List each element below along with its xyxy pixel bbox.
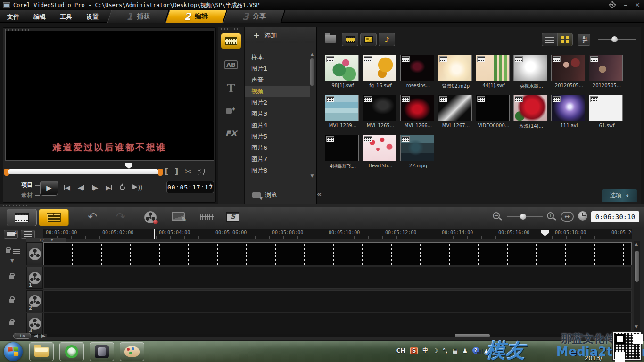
scrubber-bar[interactable] <box>8 169 159 174</box>
options-button[interactable]: 选项 « <box>602 189 637 202</box>
media-item[interactable]: MVI_1239... <box>325 95 363 130</box>
scrollbar-thumb[interactable] <box>310 58 314 86</box>
media-thumbnail[interactable] <box>363 95 396 121</box>
media-thumbnail[interactable] <box>438 55 472 81</box>
library-folder-声音[interactable]: 声音 <box>245 74 310 86</box>
play-button[interactable]: ▶ <box>40 181 58 196</box>
tray-icon-3[interactable]: ☽ <box>433 347 438 354</box>
timeline-zoom-slider[interactable] <box>507 216 543 217</box>
menu-item-0[interactable]: 文件 <box>0 10 26 21</box>
mode-project-toggle[interactable]: 项目 <box>21 181 40 189</box>
mark-out-button[interactable]: ] <box>174 166 178 176</box>
timeline-view-button[interactable] <box>39 209 69 226</box>
media-item[interactable]: 98[1].swf <box>325 55 363 90</box>
panel-drag-handle[interactable] <box>3 205 29 206</box>
scrubber-position-marker[interactable] <box>125 163 132 169</box>
track-lock-icon[interactable] <box>9 275 14 279</box>
title-tab[interactable]: T <box>221 80 241 96</box>
split-clip-icon[interactable]: ✂ <box>184 166 191 176</box>
media-item[interactable]: 背景02.m2p <box>438 55 476 90</box>
library-folder-图片5[interactable]: 图片5 <box>245 131 310 142</box>
media-thumbnail[interactable] <box>476 55 510 81</box>
start-button[interactable] <box>4 342 23 361</box>
minimize-button[interactable]: – <box>624 1 627 8</box>
mode-clip-toggle[interactable]: 素材 <box>21 191 40 199</box>
media-thumbnail[interactable] <box>589 95 623 121</box>
tray-icon-5[interactable]: ▤ <box>453 347 458 354</box>
repeat-button[interactable] <box>120 185 125 190</box>
enlarge-preview-icon[interactable] <box>198 169 205 174</box>
tray-icon-2[interactable]: 中 <box>422 346 428 354</box>
media-item[interactable]: 20120505... <box>589 55 627 90</box>
scroll-down-icon[interactable]: ▼ <box>309 173 315 178</box>
media-thumbnail[interactable] <box>325 135 359 161</box>
snapshot-icon[interactable] <box>172 212 185 221</box>
timeline-timecode[interactable]: 0:06:30:10 <box>591 211 639 222</box>
track-lock-icon[interactable] <box>9 299 14 303</box>
media-thumbnail[interactable] <box>476 95 510 121</box>
media-thumbnail[interactable] <box>513 95 547 121</box>
scroll-up-icon[interactable]: ▲ <box>309 52 315 57</box>
previous-frame-button[interactable]: ◀ <box>78 184 84 191</box>
track-lock-icon[interactable] <box>6 249 10 253</box>
library-folder-图片8[interactable]: 图片8 <box>245 165 310 176</box>
library-folder-图片6[interactable]: 图片6 <box>245 142 310 154</box>
undo-button[interactable]: ↶ <box>88 210 97 223</box>
step-tab-2[interactable]: 2编辑 <box>165 10 227 23</box>
menu-item-1[interactable]: 编辑 <box>26 10 53 21</box>
library-folder-图片7[interactable]: 图片7 <box>245 154 310 165</box>
media-thumbnail[interactable] <box>325 95 359 121</box>
mark-in-button[interactable]: [ <box>165 166 168 176</box>
media-item[interactable]: 44[1].swf <box>476 55 513 90</box>
taskbar-browser-button[interactable] <box>59 342 84 361</box>
tray-icon-6[interactable]: ♟ <box>462 347 468 354</box>
next-frame-button[interactable]: ▶ <box>92 184 99 191</box>
scroll-up-icon[interactable]: ▲ <box>635 241 638 246</box>
overlay-track-2[interactable] <box>43 290 632 312</box>
library-folder-样本[interactable]: 样本 <box>245 52 310 63</box>
media-thumbnail[interactable] <box>363 135 396 161</box>
scroll-down-icon[interactable]: ▼ <box>635 324 638 329</box>
end-button[interactable]: ▶ <box>106 184 112 191</box>
fit-project-icon[interactable]: ↔ <box>561 212 574 222</box>
overlay-track-1[interactable] <box>43 267 632 289</box>
media-item[interactable]: 玫瑰(14)... <box>513 95 551 130</box>
filter-fx-tab[interactable]: FX <box>221 125 241 141</box>
media-item[interactable]: rosesins... <box>400 55 438 90</box>
menu-item-2[interactable]: 工具 <box>53 10 79 21</box>
media-item[interactable]: 央视水墨... <box>513 55 551 90</box>
browse-button[interactable]: 浏览 <box>245 189 316 201</box>
expand-track-icon[interactable]: ▼ <box>10 258 14 263</box>
track-lock-icon[interactable] <box>9 321 14 325</box>
media-item[interactable]: MVI_1266... <box>400 95 438 130</box>
sound-mixer-icon[interactable] <box>200 212 214 222</box>
list-view-button[interactable] <box>542 33 557 46</box>
library-folder-图片2[interactable]: 图片2 <box>245 97 310 108</box>
overlay-track-header-1[interactable]: 1 <box>26 267 43 289</box>
scroll-left-icon[interactable]: ◀ <box>34 333 38 339</box>
timeline-horizontal-scrollbar[interactable] <box>47 334 632 337</box>
media-item[interactable]: VIDEO0000... <box>476 95 513 130</box>
add-folder-button[interactable]: + 添加 <box>245 27 316 43</box>
filter-audio-button[interactable]: ♪ <box>379 33 395 46</box>
sort-button[interactable]: AZ <box>578 34 590 46</box>
preview-timecode[interactable]: 00:05:17:17 ▲▼ <box>166 181 214 193</box>
taskbar-explorer-button[interactable] <box>29 342 54 361</box>
timecode-spinner[interactable]: ▲▼ <box>210 183 212 190</box>
media-item[interactable]: 20120505... <box>551 55 589 90</box>
tray-icon-8[interactable]: ▲ <box>484 347 488 354</box>
track-manager-button[interactable] <box>4 230 18 239</box>
step-tab-1[interactable]: 1捕获 <box>107 10 169 23</box>
media-item[interactable]: fg_16.swf <box>363 55 400 90</box>
tray-icon-7[interactable]: ? <box>472 347 479 354</box>
media-thumbnail[interactable] <box>400 95 434 121</box>
zoom-in-icon[interactable]: + <box>547 212 554 219</box>
media-item[interactable]: 22.mpg <box>400 135 438 170</box>
media-item[interactable]: MVI_1265... <box>363 95 400 130</box>
scroll-right-icon[interactable]: ▶ <box>41 333 45 339</box>
add-audio-track-button[interactable]: +≈ <box>13 333 31 339</box>
media-thumbnail[interactable] <box>400 55 434 81</box>
zoom-out-icon[interactable]: − <box>493 212 500 219</box>
library-scrollbar[interactable]: ▲ ▼ <box>309 52 315 205</box>
scrollbar-thumb[interactable] <box>635 251 639 282</box>
